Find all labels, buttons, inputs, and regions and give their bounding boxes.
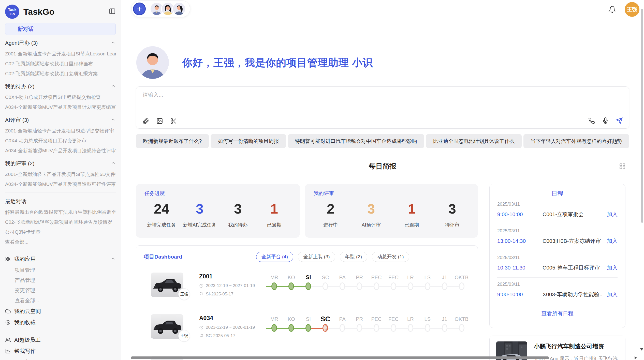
sidebar-divider (5, 250, 116, 250)
app-subitem[interactable]: 产品管理 (5, 275, 116, 285)
app-root: Task Go TaskGo 新对话 Agent已办 (3)Z001-全新燃油皮… (0, 0, 644, 360)
app-subitem[interactable]: 项目管理 (5, 265, 116, 275)
sidebar-item[interactable]: A034-全新新能源MUV产品开发项目造型可行性评审 (5, 179, 116, 189)
image-icon[interactable] (156, 118, 163, 124)
join-meeting-link[interactable]: 加入 (607, 291, 618, 298)
milestone-label: SC (317, 273, 334, 282)
date-range-text: 2023-12-19 ~ 2027-01-19 (206, 283, 255, 288)
stat-card: 任务进度24新增完成任务3新增AI完成任务3我的待办1已逾期 (136, 184, 300, 238)
paperclip-icon[interactable] (143, 118, 149, 124)
milestone-dot-row (385, 282, 402, 291)
sidebar-item[interactable]: Z001-全新燃油皮卡产品开发项目SI节点Lesson Learn报告 (5, 49, 116, 59)
scroll-down-arrow[interactable] (640, 348, 643, 351)
recent-conversation-item[interactable]: 公司Q3轻卡销量 (5, 227, 116, 237)
layout-grid-icon[interactable] (619, 163, 626, 170)
project-date-range: 2023-12-19 ~ 2026-01-19 (199, 325, 260, 330)
input-attachment-tools (143, 118, 177, 124)
sidebar-item[interactable]: C0X4-动力总成开发项目工程变更评审 (5, 136, 116, 146)
milestone-pr: PR (351, 273, 368, 291)
chevron-up-icon (111, 117, 116, 123)
milestone-label: FEC (385, 273, 402, 282)
milestone-dot-row (402, 324, 419, 333)
sidebar-tool-item[interactable]: 帮我写作 (5, 346, 116, 357)
suggestion-chip[interactable]: 当下年轻人对汽车外观有怎样的喜好趋势 (523, 134, 629, 148)
dashboard-tab[interactable]: 年型 (2) (340, 252, 368, 262)
recent-conversation-item[interactable]: C02-飞腾新能源轻客改款项目的闭环通告反馈情况 (5, 217, 116, 227)
user-avatar[interactable]: 王强 (625, 2, 639, 17)
dashboard-header: 项目Dashboard 全新平台 (4)全新上装 (3)年型 (2)动总开发 (… (144, 252, 470, 262)
mic-icon[interactable] (602, 117, 609, 124)
milestone-pa: PA (334, 273, 351, 291)
sidebar-item[interactable]: Z001-全新燃油轻卡产品开发项目SI造型提交物评审 (5, 126, 116, 136)
daily-briefing-header: 每日简报 (136, 161, 629, 172)
chat-input[interactable] (143, 91, 499, 110)
milestone-ls: LS (419, 273, 436, 291)
view-all-schedule-link[interactable]: 查看所有日程 (497, 310, 618, 317)
sidebar-item-my-apps[interactable]: 我的应用 (5, 253, 116, 265)
grid-icon (5, 256, 11, 262)
join-meeting-link[interactable]: 加入 (607, 237, 618, 245)
member-avatars (146, 2, 186, 16)
sidebar-collapse-icon[interactable] (109, 8, 116, 16)
sidebar-item[interactable]: C02-飞腾新能源轻客改款项目立项汇报方案 (5, 69, 116, 79)
stat-value: 2 (316, 201, 346, 217)
sidebar-section-header[interactable]: Agent已办 (3) (5, 37, 116, 49)
join-meeting-link[interactable]: 加入 (607, 264, 618, 271)
suggestion-chip[interactable]: 如何写一份清晰的项目周报 (211, 134, 286, 148)
sidebar-tool-item[interactable]: 创意制图 (5, 357, 116, 360)
new-chat-button[interactable]: 新对话 (5, 23, 116, 35)
sidebar-section-header[interactable]: 我的待办 (2) (5, 81, 116, 92)
sidebar-section-header[interactable]: 最近对话 (5, 196, 116, 207)
sidebar-item[interactable]: A034-全新新能源MUV产品开发项目法规符合性评审 (5, 146, 116, 156)
stat-item: 2进行中 (316, 201, 346, 228)
stat-item: 3我的待办 (223, 201, 253, 228)
notification-bell-icon[interactable] (608, 6, 616, 13)
add-member-button[interactable] (133, 3, 146, 15)
greeting-block: 你好，王强，我是你的项目管理助理 小识 (136, 46, 373, 79)
sidebar-item-star[interactable]: 我的收藏 (5, 317, 116, 328)
main-content: 你好，王强，我是你的项目管理助理 小识 欧洲新规最近颁布了什么?如何写一份清晰的… (136, 0, 629, 360)
milestone-dot (391, 282, 396, 290)
scroll-right-arrow[interactable] (635, 356, 637, 359)
join-meeting-link[interactable]: 加入 (607, 211, 618, 218)
scissors-icon[interactable] (170, 118, 177, 124)
send-icon[interactable] (616, 117, 623, 124)
milestone-label: LS (419, 314, 436, 324)
stat-row: 24新增完成任务3新增AI完成任务3我的待办1已逾期 (144, 201, 291, 228)
dashboard-tab[interactable]: 全新上装 (3) (298, 252, 335, 262)
project-rows: 王强Z0012023-12-19 ~ 2027-01-19SI-2025-05-… (144, 273, 470, 360)
vertical-scrollbar-thumb[interactable] (641, 9, 643, 223)
milestone-label: PA (334, 314, 351, 324)
dashboard-tab[interactable]: 动总开发 (1) (372, 252, 409, 262)
dashboard-tab[interactable]: 全新平台 (4) (256, 252, 294, 262)
recent-conversation-item[interactable]: 解释最新出台的欧盟报废车法规再生塑料比例被调至15%... (5, 207, 116, 217)
schedule-row: 9:00-10:00X003-车辆动力学性能验...加入 (497, 291, 618, 298)
sidebar-section-header[interactable]: 我的评审 (2) (5, 158, 116, 169)
sidebar-tool-item[interactable]: AI超级员工 (5, 334, 116, 346)
suggestion-chip[interactable]: 特朗普可能对进口汽车增税会对中国车企造成哪些影响 (288, 134, 424, 148)
stat-value: 3 (183, 201, 216, 217)
sidebar-section-header[interactable]: AI评审 (3) (5, 114, 116, 126)
project-row[interactable]: 王强A0342023-12-19 ~ 2026-01-19SC-2025-05-… (144, 314, 470, 345)
sidebar-item-cloud[interactable]: 我的云空间 (5, 306, 116, 317)
plus-icon (136, 6, 143, 12)
sidebar-item[interactable]: Z001-全新燃油轻卡产品开发项目SI节点属性5D文件评审 (5, 169, 116, 179)
member-avatar-3[interactable] (172, 2, 186, 16)
sidebar-item[interactable]: C02-飞腾新能源轻客改款项目里程碑画布 (5, 59, 116, 69)
phone-icon[interactable] (588, 117, 595, 124)
show-all-conversations-link[interactable]: 查看全部... (5, 237, 116, 247)
suggestion-chip[interactable]: 欧洲新规最近颁布了什么? (136, 134, 209, 148)
milestone-dot (425, 324, 430, 332)
daily-briefing-title: 每日简报 (136, 161, 629, 172)
project-row[interactable]: 王强Z0012023-12-19 ~ 2027-01-19SI-2025-05-… (144, 273, 470, 304)
horizontal-scrollbar-thumb[interactable] (131, 356, 549, 359)
milestone-dot-row (385, 324, 402, 333)
app-subitem[interactable]: 变更管理 (5, 285, 116, 295)
show-all-apps-link[interactable]: 查看全部... (5, 295, 116, 306)
taskgo-logo: Task Go (5, 5, 19, 19)
suggestion-chip[interactable]: 比亚迪全固态电池计划具体说了什么 (426, 134, 522, 148)
sidebar-item[interactable]: A034-全新新能源MUV产品开发项目计划变更表编写 (5, 102, 116, 112)
sidebar-item[interactable]: C0X4-动力总成开发项目SI里程碑提交物检查 (5, 92, 116, 102)
chevron-up-icon (111, 83, 116, 90)
milestone-si: SI (300, 273, 317, 291)
